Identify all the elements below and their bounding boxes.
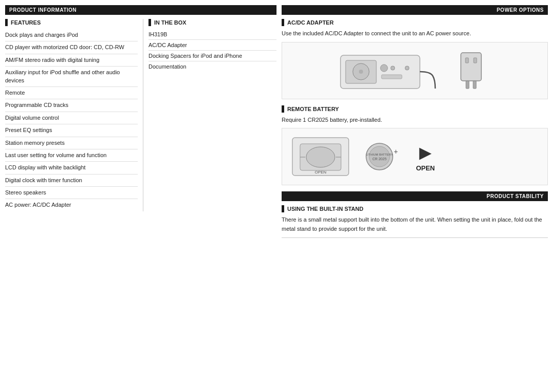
- list-item: IH319B: [148, 29, 276, 40]
- power-options-header: POWER OPTIONS: [282, 5, 548, 15]
- list-item: Docking Spacers for iPod and iPhone: [148, 51, 276, 61]
- svg-rect-8: [461, 53, 481, 81]
- features-bar-icon: [5, 19, 8, 26]
- inbox-title: IN THE BOX: [154, 19, 186, 26]
- svg-rect-11: [465, 58, 469, 63]
- built-in-stand-description: There is a small metal support built int…: [282, 215, 548, 238]
- svg-text:OPEN: OPEN: [315, 170, 327, 175]
- svg-rect-6: [381, 75, 402, 79]
- power-options-title: POWER OPTIONS: [497, 7, 544, 13]
- svg-point-4: [380, 64, 388, 72]
- list-item: Last user setting for volume and functio…: [5, 149, 138, 162]
- svg-rect-12: [474, 58, 477, 63]
- open-label: ► OPEN: [415, 141, 436, 172]
- list-item: AC power: AC/DC Adapter: [5, 199, 138, 211]
- list-item: Digital volume control: [5, 112, 138, 124]
- svg-text:CR 2025: CR 2025: [372, 157, 387, 161]
- list-item: Remote: [5, 87, 138, 99]
- svg-point-20: [369, 146, 390, 167]
- svg-point-3: [359, 70, 363, 74]
- list-item: AM/FM stereo radio with digital tuning: [5, 54, 138, 67]
- features-list: Dock plays and charges iPod CD player wi…: [5, 29, 138, 211]
- acdc-bar-icon: [282, 19, 284, 26]
- features-column: FEATURES Dock plays and charges iPod CD …: [5, 19, 143, 211]
- open-text: OPEN: [416, 164, 435, 172]
- svg-point-15: [306, 147, 335, 167]
- features-title: FEATURES: [11, 19, 40, 26]
- acdc-section: AC/DC ADAPTER Use the included AC/DC Ada…: [282, 19, 548, 99]
- list-item: Station memory presets: [5, 137, 138, 149]
- product-stability-title: PRODUCT STABILITY: [486, 193, 544, 199]
- list-item: Auxiliary input for iPod shuffle and oth…: [5, 67, 138, 87]
- features-header: FEATURES: [5, 19, 138, 26]
- inbox-header: IN THE BOX: [148, 19, 276, 26]
- list-item: CD player with motorized CD door: CD, CD…: [5, 41, 138, 54]
- svg-point-5: [391, 66, 395, 70]
- svg-text:+: +: [394, 147, 398, 156]
- list-item: Preset EQ settings: [5, 124, 138, 137]
- list-item: LCD display with white backlight: [5, 162, 138, 174]
- acdc-header: AC/DC ADAPTER: [282, 19, 548, 26]
- built-in-stand-title: USING THE BUILT-IN STAND: [287, 206, 364, 212]
- list-item: Documentation: [148, 61, 276, 72]
- svg-rect-10: [473, 81, 476, 89]
- svg-rect-9: [466, 81, 469, 89]
- inbox-bar-icon: [148, 19, 151, 26]
- adapter-illustration: [451, 48, 492, 94]
- built-in-stand-bar-icon: [282, 205, 284, 212]
- inbox-column: IN THE BOX IH319B AC/DC Adapter Docking …: [143, 19, 276, 211]
- battery-holder-illustration: OPEN: [287, 134, 354, 180]
- remote-battery-header: REMOTE BATTERY: [282, 105, 548, 113]
- built-in-stand-header: USING THE BUILT-IN STAND: [282, 205, 548, 212]
- product-info-header: PRODUCT INFORMATION: [5, 5, 276, 15]
- list-item: Dock plays and charges iPod: [5, 29, 138, 41]
- built-in-stand-section: USING THE BUILT-IN STAND There is a smal…: [282, 205, 548, 238]
- acdc-title: AC/DC ADAPTER: [287, 19, 334, 26]
- acdc-image: [282, 42, 548, 99]
- remote-battery-title: REMOTE BATTERY: [287, 106, 339, 112]
- coin-battery-illustration: + LITHIUM BATTERY CR 2025: [364, 136, 405, 177]
- list-item: Digital clock with timer function: [5, 175, 138, 187]
- device-illustration: [338, 48, 440, 94]
- remote-battery-section: REMOTE BATTERY Require 1 CR2025 battery,…: [282, 105, 548, 186]
- list-item: AC/DC Adapter: [148, 40, 276, 51]
- svg-point-7: [405, 66, 409, 70]
- product-stability-header: PRODUCT STABILITY: [282, 191, 548, 201]
- svg-text:LITHIUM BATTERY: LITHIUM BATTERY: [366, 153, 393, 156]
- remote-battery-bar-icon: [282, 105, 284, 113]
- columns-row: FEATURES Dock plays and charges iPod CD …: [5, 19, 276, 211]
- inbox-list: IH319B AC/DC Adapter Docking Spacers for…: [148, 29, 276, 72]
- remote-battery-description: Require 1 CR2025 battery, pre-installed.: [282, 116, 548, 124]
- list-item: Stereo speakers: [5, 187, 138, 199]
- list-item: Programmable CD tracks: [5, 99, 138, 112]
- product-info-title: PRODUCT INFORMATION: [9, 7, 77, 13]
- acdc-description: Use the included AC/DC Adapter to connec…: [282, 29, 548, 38]
- battery-image: OPEN + LITHIUM BATTERY CR 2025: [282, 128, 548, 185]
- left-panel: PRODUCT INFORMATION FEATURES Dock plays …: [5, 5, 276, 244]
- right-panel: POWER OPTIONS AC/DC ADAPTER Use the incl…: [282, 5, 548, 244]
